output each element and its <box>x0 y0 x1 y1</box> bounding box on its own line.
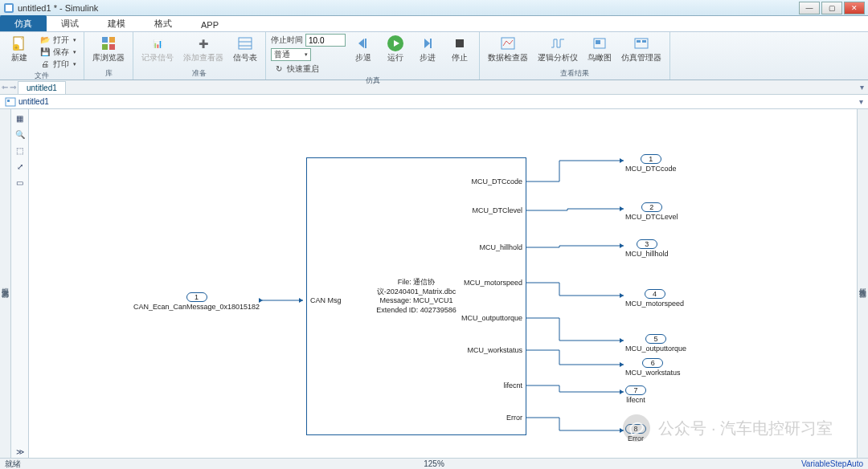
block-out-label: MCU_hillhold <box>479 243 522 251</box>
svg-rect-7 <box>109 37 115 43</box>
maximize-button[interactable]: ▢ <box>821 2 842 14</box>
fit-button[interactable]: ⬚ <box>14 144 27 157</box>
add-viewer-icon: ➕ <box>195 35 211 51</box>
step-forward-button[interactable]: 步进 <box>413 34 442 65</box>
svg-rect-10 <box>239 38 252 49</box>
watermark: 公众号 · 汽车电控研习室 <box>623 414 833 442</box>
log-signals-button[interactable]: 📊记录信号 <box>138 34 177 65</box>
document-tab[interactable]: untitled1 <box>18 81 66 94</box>
zoom-fit-button[interactable]: ⤢ <box>14 160 27 173</box>
outport-block[interactable]: 3MCU_hillhold <box>625 239 669 258</box>
tab-simulation[interactable]: 仿真 <box>0 15 47 31</box>
breadcrumb-bar: untitled1 ▾ <box>0 95 868 109</box>
fast-restart-button[interactable]: ↻快速重启 <box>271 63 346 75</box>
svg-marker-27 <box>620 158 624 163</box>
step-back-button[interactable]: 步退 <box>349 34 378 65</box>
birds-eye-icon <box>592 35 608 51</box>
outport-block[interactable]: 8Error <box>625 424 646 442</box>
open-button[interactable]: 📂打开▾ <box>37 34 79 46</box>
block-center-text: File: 通信协议-20240401_Matrix.dbc Message: … <box>362 278 471 316</box>
signal-table-button[interactable]: 信号表 <box>230 34 260 65</box>
window-titlebar: untitled1 * - Simulink — ▢ ✕ <box>0 0 868 16</box>
doc-tab-menu[interactable]: ▾ <box>855 83 868 92</box>
play-icon <box>387 35 403 51</box>
stop-button[interactable]: 停止 <box>445 34 474 65</box>
status-solver[interactable]: VariableStepAuto <box>801 459 863 468</box>
step-back-icon <box>355 35 371 51</box>
birds-eye-button[interactable]: 鸟瞰图 <box>584 34 615 65</box>
new-icon: + <box>11 35 27 51</box>
outport-block[interactable]: 4MCU_motorspeed <box>625 289 684 308</box>
add-viewer-button[interactable]: ➕添加查看器 <box>180 34 227 65</box>
ribbon-group-simulate: 停止时间 普通▾ ↻快速重启 步退 运行 步进 停止 仿真 <box>266 32 480 80</box>
stop-icon <box>452 35 468 51</box>
logic-analyzer-button[interactable]: 逻辑分析仪 <box>534 34 581 65</box>
save-button[interactable]: 💾保存▾ <box>37 46 79 58</box>
library-browser-button[interactable]: 库浏览器 <box>89 34 128 65</box>
svg-marker-26 <box>299 298 303 303</box>
diagram-canvas[interactable]: 1 CAN_Ecan_CanMessage_0x18015182 CAN Msg… <box>29 109 857 458</box>
log-signals-icon: 📊 <box>149 35 166 51</box>
svg-marker-34 <box>620 428 624 433</box>
svg-rect-22 <box>637 40 641 43</box>
breadcrumb-item[interactable]: untitled1 <box>18 97 49 106</box>
svg-marker-30 <box>620 293 624 298</box>
stop-time-row: 停止时间 <box>271 34 346 47</box>
ribbon-group-file: + 新建 📂打开▾ 💾保存▾ 🖨打印▾ 文件 <box>0 32 84 80</box>
sim-mode-select[interactable]: 普通▾ <box>271 48 311 61</box>
svg-rect-24 <box>6 98 15 106</box>
svg-marker-29 <box>620 243 624 248</box>
minimize-button[interactable]: — <box>799 2 820 14</box>
status-zoom[interactable]: 125% <box>424 459 444 468</box>
tab-format[interactable]: 格式 <box>140 15 186 31</box>
close-button[interactable]: ✕ <box>844 2 865 14</box>
status-ready: 就绪 <box>5 459 21 470</box>
explorer-button[interactable]: ▦ <box>14 112 27 124</box>
print-button[interactable]: 🖨打印▾ <box>37 58 79 70</box>
data-inspector-icon <box>500 35 516 51</box>
logic-analyzer-icon <box>550 35 566 51</box>
print-icon: 🖨 <box>39 59 51 70</box>
inport-out-arrow <box>259 298 263 303</box>
new-button[interactable]: + 新建 <box>5 34 34 65</box>
outport-block[interactable]: 5MCU_outputtorque <box>625 334 686 353</box>
inport-label: CAN_Ecan_CanMessage_0x18015182 <box>133 303 260 311</box>
svg-text:+: + <box>14 45 18 51</box>
inport-number: 1 <box>186 292 207 302</box>
svg-rect-25 <box>7 100 10 102</box>
outport-block[interactable]: 7lifecnt <box>625 385 646 404</box>
hide-button[interactable]: ▭ <box>14 176 27 189</box>
can-unpack-block[interactable]: CAN Msg File: 通信协议-20240401_Matrix.dbc M… <box>306 157 526 435</box>
svg-marker-28 <box>620 206 624 211</box>
sim-manager-button[interactable]: 仿真管理器 <box>618 34 665 65</box>
block-out-label: MCU_outputtorque <box>461 314 522 322</box>
svg-rect-6 <box>102 37 108 43</box>
canvas-menu-button[interactable]: ≫ <box>14 445 27 458</box>
step-fwd-icon <box>420 35 436 51</box>
tab-app[interactable]: APP <box>186 18 233 31</box>
open-icon: 📂 <box>39 35 51 46</box>
tab-modeling[interactable]: 建模 <box>93 15 140 31</box>
model-icon <box>5 97 16 107</box>
zoom-in-button[interactable]: 🔍 <box>14 128 27 141</box>
outport-block[interactable]: 2MCU_DTCLevel <box>625 202 678 221</box>
svg-marker-33 <box>620 389 624 394</box>
fast-restart-icon: ↻ <box>273 63 285 75</box>
tab-debug[interactable]: 调试 <box>47 15 93 31</box>
block-out-label: MCU_motorspeed <box>464 279 522 287</box>
workspace: 模型浏览器 ▦ 🔍 ⬚ ⤢ ▭ ≫ 1 CAN_Ecan_CanMessag <box>0 109 868 458</box>
outport-block[interactable]: 1MCU_DTCcode <box>625 154 677 173</box>
doc-nav-buttons[interactable]: ⇽ ⇾ <box>0 83 18 92</box>
data-inspector-button[interactable]: 数据检查器 <box>485 34 531 65</box>
inport-block[interactable]: 1 CAN_Ecan_CanMessage_0x18015182 <box>133 292 260 311</box>
svg-rect-8 <box>102 44 108 50</box>
outport-block[interactable]: 6MCU_workstatus <box>625 358 681 377</box>
right-dock-rail[interactable]: 属性检查器 <box>857 109 868 458</box>
svg-marker-31 <box>620 338 624 343</box>
left-dock-rail[interactable]: 模型浏览器 <box>0 109 11 458</box>
stop-time-input[interactable] <box>305 34 346 47</box>
breadcrumb-dropdown[interactable]: ▾ <box>859 97 863 106</box>
app-icon <box>3 2 14 14</box>
run-button[interactable]: 运行 <box>381 34 410 65</box>
sim-manager-icon <box>633 35 649 51</box>
